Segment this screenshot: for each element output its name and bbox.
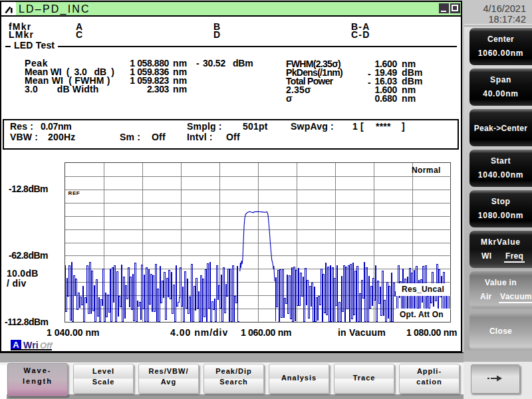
svg-text:Opt. Att On: Opt. Att On (400, 310, 444, 319)
svg-text:REF: REF (68, 190, 80, 196)
svg-text:Normal: Normal (412, 166, 441, 175)
svg-text:Res_Uncal: Res_Uncal (402, 285, 444, 294)
